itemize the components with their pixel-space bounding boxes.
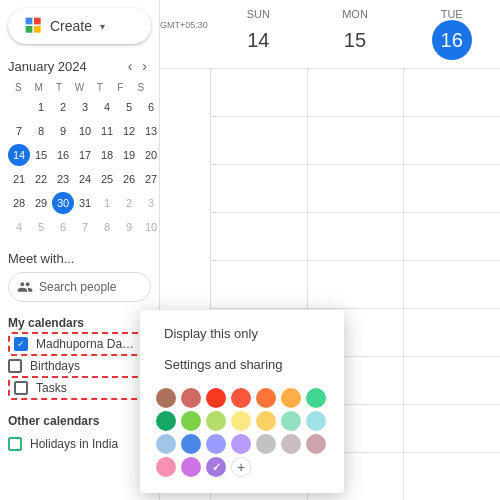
mini-cal-day[interactable]: 10 <box>74 120 96 142</box>
mini-cal-title: January 2024 <box>8 59 87 74</box>
calendar-label-birthdays: Birthdays <box>30 359 80 373</box>
color-silver[interactable] <box>256 434 276 454</box>
mini-cal-week: 28 29 30 31 1 2 3 <box>8 191 151 215</box>
mini-cal-day[interactable]: 3 <box>140 192 162 214</box>
color-pistachio[interactable] <box>281 434 301 454</box>
mini-cal-day[interactable]: 9 <box>52 120 74 142</box>
mini-cal-week: 1 2 3 4 5 6 <box>8 95 151 119</box>
color-basil[interactable] <box>281 388 301 408</box>
mini-cal-day[interactable]: 24 <box>74 168 96 190</box>
dropdown-arrow-icon: ▾ <box>100 21 105 32</box>
mini-cal-day[interactable]: 2 <box>118 192 140 214</box>
color-lavender[interactable] <box>181 411 201 431</box>
color-flamingo[interactable] <box>181 388 201 408</box>
create-button[interactable]: Create ▾ <box>8 8 151 44</box>
color-amethyst[interactable] <box>231 434 251 454</box>
mini-cal-day[interactable]: 15 <box>30 144 52 166</box>
add-custom-color[interactable]: + <box>231 457 251 477</box>
mini-cal-day[interactable]: 2 <box>52 96 74 118</box>
mini-cal-day[interactable]: 26 <box>118 168 140 190</box>
color-radicchio[interactable] <box>306 434 326 454</box>
display-this-only-item[interactable]: Display this only <box>140 318 344 349</box>
svg-rect-1 <box>34 18 41 25</box>
day-num-mon[interactable]: 15 <box>335 20 375 60</box>
svg-rect-3 <box>34 26 41 33</box>
mini-cal-day[interactable]: 3 <box>74 96 96 118</box>
mini-cal-day[interactable]: 27 <box>140 168 162 190</box>
day-name-sun: SUN <box>210 8 307 20</box>
mini-cal-day[interactable]: 20 <box>140 144 162 166</box>
calendar-item-birthdays[interactable]: Birthdays <box>8 356 151 376</box>
mini-cal-day[interactable]: 8 <box>30 120 52 142</box>
calendar-item-madhuporna[interactable]: Madhuporna Dasgupta <box>8 332 151 356</box>
color-cerulean[interactable] <box>156 434 176 454</box>
mini-cal-day-today[interactable]: 14 <box>8 144 30 166</box>
color-pink[interactable] <box>156 457 176 477</box>
mini-cal-day[interactable]: 5 <box>30 216 52 238</box>
search-people-input[interactable]: Search people <box>8 272 151 302</box>
mini-cal-next[interactable]: › <box>138 56 151 76</box>
mini-cal-day-current[interactable]: 30 <box>52 192 74 214</box>
svg-rect-0 <box>26 18 33 25</box>
calendar-item-holidays[interactable]: Holidays in India <box>8 434 151 454</box>
color-tangerine[interactable] <box>206 388 226 408</box>
mini-cal-day[interactable]: 4 <box>96 96 118 118</box>
color-grape2[interactable] <box>181 457 201 477</box>
color-graphite[interactable] <box>231 411 251 431</box>
mini-cal-day[interactable]: 13 <box>140 120 162 142</box>
color-grape[interactable] <box>206 411 226 431</box>
mini-cal-day[interactable]: 6 <box>140 96 162 118</box>
mini-cal-day[interactable]: 4 <box>8 216 30 238</box>
mini-cal-day[interactable]: 17 <box>74 144 96 166</box>
mini-cal-day[interactable] <box>8 96 30 118</box>
mini-cal-day[interactable]: 8 <box>96 216 118 238</box>
color-sage[interactable] <box>256 388 276 408</box>
mini-cal-day[interactable]: 22 <box>30 168 52 190</box>
color-wisteria[interactable] <box>206 434 226 454</box>
calendar-checkbox-tasks[interactable] <box>14 381 28 395</box>
mini-cal-day[interactable]: 19 <box>118 144 140 166</box>
color-teal[interactable] <box>306 411 326 431</box>
color-cornflower[interactable] <box>181 434 201 454</box>
mini-cal-week: 14 15 16 17 18 19 20 <box>8 143 151 167</box>
color-peacock[interactable] <box>306 388 326 408</box>
color-avocado[interactable] <box>256 411 276 431</box>
color-cyan[interactable] <box>281 411 301 431</box>
mini-cal-day[interactable]: 28 <box>8 192 30 214</box>
mini-cal-day[interactable]: 7 <box>74 216 96 238</box>
other-calendars-section: Other calendars + Holidays in India <box>0 400 159 454</box>
day-num-tue[interactable]: 16 <box>432 20 472 60</box>
mini-cal-week: 4 5 6 7 8 9 10 <box>8 215 151 239</box>
color-blueberry[interactable] <box>156 411 176 431</box>
mini-cal-day[interactable]: 25 <box>96 168 118 190</box>
mini-cal-day[interactable]: 10 <box>140 216 162 238</box>
person-icon <box>17 279 33 295</box>
mini-cal-day[interactable]: 12 <box>118 120 140 142</box>
mini-cal-day[interactable]: 31 <box>74 192 96 214</box>
context-menu-popup: Display this only Settings and sharing <box>140 310 344 493</box>
settings-sharing-item[interactable]: Settings and sharing <box>140 349 344 380</box>
color-banana[interactable] <box>231 388 251 408</box>
mini-cal-day[interactable]: 21 <box>8 168 30 190</box>
mini-cal-day[interactable]: 18 <box>96 144 118 166</box>
mini-cal-day[interactable]: 7 <box>8 120 30 142</box>
mini-cal-day[interactable]: 6 <box>52 216 74 238</box>
mini-cal-prev[interactable]: ‹ <box>124 56 137 76</box>
mini-cal-day[interactable]: 29 <box>30 192 52 214</box>
other-calendars-header[interactable]: Other calendars + <box>8 408 151 434</box>
color-tomato[interactable] <box>156 388 176 408</box>
mini-cal-day[interactable]: 9 <box>118 216 140 238</box>
color-selected[interactable] <box>206 457 226 477</box>
calendar-checkbox-holidays[interactable] <box>8 437 22 451</box>
mini-cal-day[interactable]: 16 <box>52 144 74 166</box>
mini-cal-day[interactable]: 11 <box>96 120 118 142</box>
mini-cal-day[interactable]: 1 <box>30 96 52 118</box>
my-calendars-header[interactable]: My calendars ∧ <box>8 314 151 332</box>
mini-cal-day[interactable]: 1 <box>96 192 118 214</box>
calendar-item-tasks[interactable]: Tasks <box>8 376 151 400</box>
calendar-checkbox-madhuporna[interactable] <box>14 337 28 351</box>
day-num-sun[interactable]: 14 <box>238 20 278 60</box>
mini-cal-day[interactable]: 5 <box>118 96 140 118</box>
calendar-checkbox-birthdays[interactable] <box>8 359 22 373</box>
mini-cal-day[interactable]: 23 <box>52 168 74 190</box>
